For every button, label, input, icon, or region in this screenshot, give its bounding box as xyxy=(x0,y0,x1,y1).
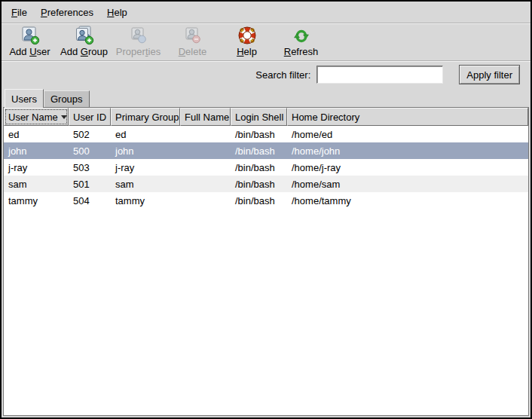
table-row-sam[interactable]: sam 501 sam /bin/bash /home/sam xyxy=(4,176,528,192)
users-table: User Name User ID Primary Group Full Nam… xyxy=(4,108,528,209)
table-row-j-ray[interactable]: j-ray 503 j-ray /bin/bash /home/j-ray xyxy=(4,159,528,176)
table-row-tammy[interactable]: tammy 504 tammy /bin/bash /home/tammy xyxy=(4,192,528,209)
column-header-full-name[interactable]: Full Name xyxy=(180,108,231,126)
add-group-button[interactable]: Add Group xyxy=(58,26,110,57)
help-button[interactable]: Help xyxy=(221,26,273,57)
table-header-row: User Name User ID Primary Group Full Nam… xyxy=(4,108,528,126)
refresh-icon xyxy=(292,26,311,45)
add-group-icon xyxy=(75,26,94,45)
tab-bar: Users Groups xyxy=(2,87,530,107)
add-group-label: Add Group xyxy=(60,46,108,57)
properties-button[interactable]: Properties xyxy=(112,26,164,57)
tab-groups[interactable]: Groups xyxy=(44,90,90,107)
table-row-ed[interactable]: ed 502 ed /bin/bash /home/ed xyxy=(4,126,528,142)
add-user-label: Add User xyxy=(9,46,50,57)
menubar: File Preferences Help xyxy=(2,2,530,23)
toolbar: Add User Add Group Pr xyxy=(2,24,530,60)
user-manager-window: File Preferences Help Add User xyxy=(0,0,532,419)
users-table-frame: User Name User ID Primary Group Full Nam… xyxy=(3,107,529,416)
search-filter-row: Search filter: Apply filter xyxy=(2,62,530,87)
tab-users[interactable]: Users xyxy=(5,89,44,108)
add-user-button[interactable]: Add User xyxy=(4,26,56,57)
refresh-label: Refresh xyxy=(284,46,319,57)
column-header-home-directory[interactable]: Home Directory xyxy=(287,108,528,126)
column-header-user-name[interactable]: User Name xyxy=(4,108,69,126)
menu-file[interactable]: File xyxy=(5,4,34,21)
add-user-icon xyxy=(20,26,40,45)
delete-icon xyxy=(183,26,203,45)
menu-help[interactable]: Help xyxy=(100,4,134,21)
column-header-user-id[interactable]: User ID xyxy=(69,108,111,126)
refresh-button[interactable]: Refresh xyxy=(275,26,327,57)
delete-label: Delete xyxy=(179,46,207,57)
help-label: Help xyxy=(237,46,257,57)
sort-indicator-icon xyxy=(61,115,67,119)
column-header-primary-group[interactable]: Primary Group xyxy=(111,108,180,126)
properties-icon xyxy=(129,26,148,45)
search-filter-input[interactable] xyxy=(316,66,443,84)
column-header-login-shell[interactable]: Login Shell xyxy=(231,108,287,126)
delete-button[interactable]: Delete xyxy=(167,26,219,57)
menu-preferences[interactable]: Preferences xyxy=(34,4,100,21)
help-icon xyxy=(237,26,257,45)
table-row-john[interactable]: john 500 john /bin/bash /home/john xyxy=(4,142,528,159)
properties-label: Properties xyxy=(116,46,161,57)
search-filter-label: Search filter: xyxy=(255,69,310,81)
apply-filter-button[interactable]: Apply filter xyxy=(459,65,520,84)
